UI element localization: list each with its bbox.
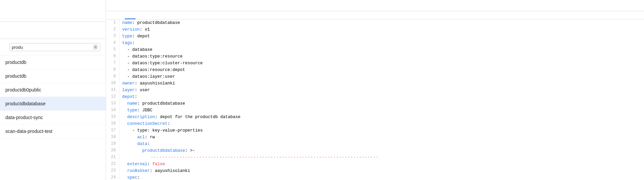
list-item-selected[interactable]: productdbdatabase	[0, 97, 106, 111]
yaml-line: 16 connectionSecret:	[106, 120, 644, 127]
list-item[interactable]: productdb	[0, 56, 106, 69]
yaml-line: 17 - type: key-value-properties	[106, 127, 644, 134]
line-number: 6	[106, 53, 119, 60]
line-content: owner: aayushisolanki	[119, 80, 644, 87]
line-content: - dataos:type:resource	[119, 53, 644, 60]
line-number: 13	[106, 100, 119, 107]
line-number: 19	[106, 141, 119, 147]
filter-row: ✕	[0, 39, 106, 56]
left-panel: ✕ productdb productdb productdb0public p…	[0, 0, 106, 180]
line-content: - dataos:resource:depot	[119, 67, 644, 73]
yaml-line: 15 description: depot for the productdb …	[106, 114, 644, 120]
filter-input[interactable]	[12, 45, 93, 50]
yaml-line: 12depot:	[106, 94, 644, 100]
line-number: 1	[106, 20, 119, 26]
line-number: 22	[106, 161, 119, 168]
line-content: name: productdbdatabase	[119, 100, 644, 107]
yaml-line: 2version: v1	[106, 26, 644, 33]
yaml-line: 13 name: productdbdatabase	[106, 100, 644, 107]
line-content: - database	[119, 46, 644, 53]
yaml-line: 7 - dataos:type:cluster-resource	[106, 60, 644, 67]
line-content: data:	[119, 141, 644, 147]
line-content: - type: key-value-properties	[119, 127, 644, 134]
list-item[interactable]: scan-data-product-test	[0, 124, 106, 138]
line-number: 18	[106, 134, 119, 141]
line-content: acl: rw	[119, 134, 644, 141]
line-content: - dataos:layer:user	[119, 73, 644, 80]
yaml-line: 21 ·····································…	[106, 154, 644, 161]
tabs-row	[0, 32, 106, 39]
yaml-line: 9 - dataos:layer:user	[106, 73, 644, 80]
line-content: external: false	[119, 161, 644, 168]
line-number: 23	[106, 168, 119, 174]
yaml-line: 6 - dataos:type:resource	[106, 53, 644, 60]
line-content: ········································…	[119, 154, 644, 161]
page-title-section	[0, 22, 106, 32]
line-number: 14	[106, 107, 119, 114]
line-number: 8	[106, 67, 119, 73]
clear-filter-button[interactable]: ✕	[93, 44, 98, 50]
tab-resource-details[interactable]	[113, 11, 123, 19]
dotted-line: ········································…	[122, 155, 379, 160]
line-content: productdbdatabase: >-	[119, 147, 644, 154]
line-number: 17	[106, 127, 119, 134]
yaml-line: 4tags:	[106, 40, 644, 46]
yaml-content[interactable]: 1name: productdbdatabase2version: v13typ…	[106, 20, 644, 180]
line-number: 15	[106, 114, 119, 120]
resource-tabs	[106, 11, 644, 20]
yaml-line: 20 productdbdatabase: >-	[106, 147, 644, 154]
line-number: 12	[106, 94, 119, 100]
list-item[interactable]: productdb0public	[0, 83, 106, 97]
line-content: spec:	[119, 174, 644, 180]
resource-list: productdb productdb productdb0public pro…	[0, 56, 106, 180]
line-content: layer: user	[119, 87, 644, 94]
line-number: 2	[106, 26, 119, 33]
line-number: 21	[106, 154, 119, 161]
yaml-line: 5 - database	[106, 46, 644, 53]
line-content: tags:	[119, 40, 644, 46]
line-number: 24	[106, 174, 119, 180]
list-item[interactable]: productdb	[0, 69, 106, 83]
line-content: type: JDBC	[119, 107, 644, 114]
line-number: 4	[106, 40, 119, 46]
yaml-line: 10owner: aayushisolanki	[106, 80, 644, 87]
top-nav	[0, 0, 106, 22]
line-number: 3	[106, 33, 119, 40]
yaml-line: 3type: depot	[106, 33, 644, 40]
yaml-line: 14 type: JDBC	[106, 107, 644, 114]
line-number: 20	[106, 147, 119, 154]
list-item[interactable]: data-product-sync	[0, 111, 106, 124]
yaml-line: 24 spec:	[106, 174, 644, 180]
line-number: 7	[106, 60, 119, 67]
line-number: 16	[106, 120, 119, 127]
yaml-line: 8 - dataos:resource:depot	[106, 67, 644, 73]
line-content: depot:	[119, 94, 644, 100]
right-panel: 1name: productdbdatabase2version: v13typ…	[106, 0, 644, 180]
line-number: 10	[106, 80, 119, 87]
line-content: description: depot for the productdb dat…	[119, 114, 644, 120]
yaml-line: 19 data:	[106, 141, 644, 147]
line-content: - dataos:type:cluster-resource	[119, 60, 644, 67]
line-content: version: v1	[119, 26, 644, 33]
line-content: type: depot	[119, 33, 644, 40]
yaml-line: 11layer: user	[106, 87, 644, 94]
line-number: 9	[106, 73, 119, 80]
line-content: runAsUser: aayushisolanki	[119, 168, 644, 174]
filter-input-wrap: ✕	[9, 43, 100, 51]
line-number: 5	[106, 46, 119, 53]
line-content: name: productdbdatabase	[119, 20, 644, 26]
dialog-header	[106, 0, 644, 11]
tab-resource-yaml[interactable]	[125, 11, 136, 19]
yaml-line: 1name: productdbdatabase	[106, 20, 644, 26]
line-number: 11	[106, 87, 119, 94]
yaml-line: 22 external: false	[106, 161, 644, 168]
yaml-lines: 1name: productdbdatabase2version: v13typ…	[106, 20, 644, 180]
yaml-line: 18 acl: rw	[106, 134, 644, 141]
yaml-line: 23 runAsUser: aayushisolanki	[106, 168, 644, 174]
line-content: connectionSecret:	[119, 120, 644, 127]
